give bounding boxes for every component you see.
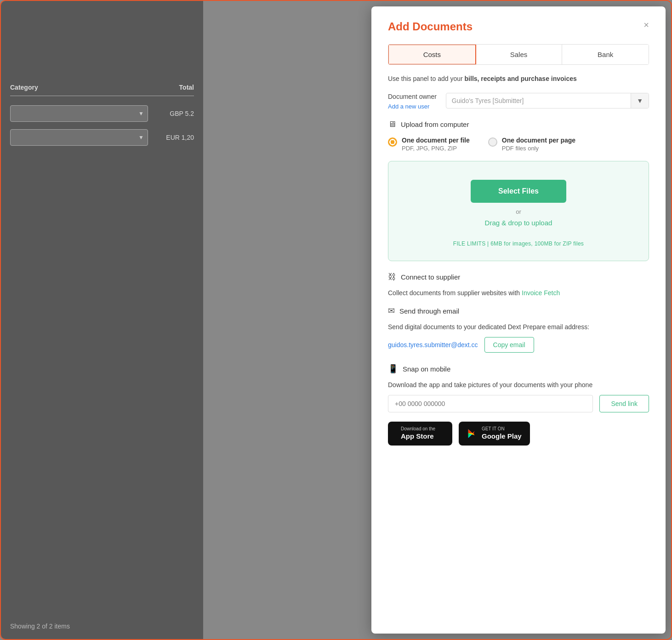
add-new-user-link[interactable]: Add a new user — [388, 103, 429, 110]
radio-inactive-icon — [488, 137, 497, 147]
category-select-2: ▼ — [10, 129, 148, 146]
document-owner-label-col: Document owner Add a new user — [388, 93, 437, 110]
invoice-fetch-link[interactable]: Invoice Fetch — [522, 289, 560, 297]
send-email-header: ✉ Send through email — [388, 306, 649, 316]
modal-title: Add Documents — [388, 20, 473, 33]
phone-number-input[interactable] — [388, 395, 593, 412]
snap-mobile-desc: Download the app and take pictures of yo… — [388, 381, 649, 389]
document-owner-row: Document owner Add a new user Guido's Ty… — [388, 93, 649, 110]
modal-header: Add Documents × — [388, 20, 649, 33]
chevron-down-icon: ▼ — [631, 93, 649, 108]
email-address-link[interactable]: guidos.tyres.submitter@dext.cc — [388, 341, 478, 349]
table-row: ▼ EUR 1,20 — [10, 129, 194, 146]
app-store-badge[interactable]: Download on the App Store — [388, 422, 452, 446]
option-two-text: One document per page PDF files only — [502, 137, 575, 152]
google-play-badge[interactable]: GET IT ON Google Play — [459, 422, 530, 446]
option-two-label: One document per page — [502, 137, 575, 144]
chevron-down-icon: ▼ — [138, 110, 144, 117]
total-value-1: GBP 5.2 — [157, 110, 194, 117]
option-one-doc-per-page[interactable]: One document per page PDF files only — [488, 137, 575, 152]
total-value-2: EUR 1,20 — [157, 134, 194, 141]
snap-mobile-label: Snap on mobile — [403, 365, 450, 373]
option-one-sublabel: PDF, JPG, PNG, ZIP — [402, 145, 470, 152]
background-overlay: Category Total ▼ GBP 5.2 ▼ EUR 1,20 Show… — [1, 1, 203, 639]
app-store-text: Download on the App Store — [401, 426, 435, 441]
link-icon: ⛓ — [388, 272, 396, 282]
upload-section-label: Upload from computer — [401, 120, 469, 128]
email-icon: ✉ — [388, 306, 395, 316]
phone-row: Send link — [388, 395, 649, 412]
mobile-icon: 📱 — [388, 364, 398, 374]
total-col-header: Total — [157, 84, 194, 91]
connect-supplier-desc: Collect documents from supplier websites… — [388, 289, 649, 297]
tab-bank[interactable]: Bank — [562, 45, 649, 64]
radio-active-icon — [388, 137, 397, 147]
tab-sales[interactable]: Sales — [476, 45, 563, 64]
category-col-header: Category — [10, 84, 148, 91]
category-select-1: ▼ — [10, 105, 148, 122]
snap-mobile-header: 📱 Snap on mobile — [388, 364, 649, 374]
panel-description: Use this panel to add your bills, receip… — [388, 74, 649, 84]
email-section-desc: Send digital documents to your dedicated… — [388, 323, 649, 331]
app-store-badges: Download on the App Store GET IT ON Goog… — [388, 422, 649, 446]
send-email-label: Send through email — [399, 307, 459, 315]
owner-select[interactable]: Guido's Tyres [Submitter] ▼ — [446, 93, 649, 109]
send-link-button[interactable]: Send link — [599, 395, 649, 412]
chevron-down-icon: ▼ — [138, 134, 144, 141]
table-row: ▼ GBP 5.2 — [10, 105, 194, 122]
option-one-doc-per-file[interactable]: One document per file PDF, JPG, PNG, ZIP — [388, 137, 470, 152]
add-documents-modal: Add Documents × Costs Sales Bank Use thi… — [371, 6, 666, 634]
upload-options: One document per file PDF, JPG, PNG, ZIP… — [388, 137, 649, 152]
app-store-small-text: Download on the — [401, 426, 435, 432]
drop-or-text: or — [398, 208, 639, 215]
file-drop-zone[interactable]: Select Files or Drag & drop to upload FI… — [388, 161, 649, 261]
email-row: guidos.tyres.submitter@dext.cc Copy emai… — [388, 337, 649, 353]
tab-costs[interactable]: Costs — [388, 44, 476, 65]
drag-drop-text: Drag & drop to upload — [398, 219, 639, 227]
background-table: Category Total ▼ GBP 5.2 ▼ EUR 1,20 — [1, 1, 203, 162]
option-two-sublabel: PDF files only — [502, 145, 575, 152]
upload-section-header: 🖥 Upload from computer — [388, 120, 649, 129]
app-store-large-text: App Store — [401, 432, 435, 441]
google-play-large-text: Google Play — [482, 432, 522, 441]
google-play-text: GET IT ON Google Play — [482, 426, 522, 441]
file-limits-text: FILE LIMITS | 6MB for images, 100MB for … — [398, 240, 639, 247]
copy-email-button[interactable]: Copy email — [484, 337, 534, 353]
option-one-text: One document per file PDF, JPG, PNG, ZIP — [402, 137, 470, 152]
google-play-icon — [467, 429, 477, 439]
document-type-tabs: Costs Sales Bank — [388, 44, 649, 65]
select-files-button[interactable]: Select Files — [471, 180, 566, 203]
document-owner-label: Document owner — [388, 93, 437, 100]
table-footer: Showing 2 of 2 items — [10, 623, 70, 630]
close-button[interactable]: × — [644, 20, 649, 29]
monitor-icon: 🖥 — [388, 120, 396, 129]
connect-supplier-label: Connect to supplier — [401, 273, 460, 281]
connect-supplier-header: ⛓ Connect to supplier — [388, 272, 649, 282]
option-one-label: One document per file — [402, 137, 470, 144]
google-play-small-text: GET IT ON — [482, 426, 522, 432]
table-header: Category Total — [10, 84, 194, 96]
owner-select-value: Guido's Tyres [Submitter] — [452, 97, 524, 104]
